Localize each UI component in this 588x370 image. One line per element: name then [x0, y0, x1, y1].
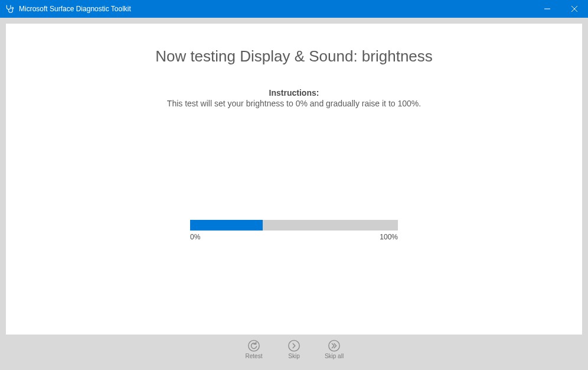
progress-max-label: 100% — [380, 233, 398, 241]
progress-fill — [190, 220, 263, 231]
retest-icon — [247, 339, 260, 352]
bottom-toolbar: Retest Skip Skip all — [6, 335, 582, 364]
instructions-block: Instructions: This test will set your br… — [6, 88, 582, 108]
app-title: Microsoft Surface Diagnostic Toolkit — [19, 5, 131, 13]
page-title: Now testing Display & Sound: brightness — [6, 47, 582, 66]
svg-point-4 — [249, 340, 259, 351]
retest-label: Retest — [246, 353, 263, 359]
minimize-button[interactable] — [534, 0, 561, 18]
content-panel: Now testing Display & Sound: brightness … — [6, 24, 582, 335]
skip-all-button[interactable]: Skip all — [322, 339, 346, 359]
instructions-label: Instructions: — [6, 88, 582, 98]
skip-icon — [288, 339, 300, 352]
skip-all-label: Skip all — [325, 353, 344, 359]
progress-bar: 0% 100% — [190, 220, 398, 241]
progress-min-label: 0% — [190, 233, 200, 241]
close-button[interactable] — [561, 0, 588, 18]
progress-labels: 0% 100% — [190, 233, 398, 241]
instructions-text: This test will set your brightness to 0%… — [6, 99, 582, 108]
skip-all-icon — [328, 339, 341, 352]
content-outer: Now testing Display & Sound: brightness … — [0, 18, 588, 370]
skip-button[interactable]: Skip — [282, 339, 306, 359]
titlebar: Microsoft Surface Diagnostic Toolkit — [0, 0, 588, 18]
svg-point-5 — [289, 340, 299, 351]
skip-label: Skip — [288, 353, 299, 359]
stethoscope-icon — [5, 4, 14, 14]
progress-track — [190, 220, 398, 231]
svg-point-0 — [12, 7, 14, 9]
retest-button[interactable]: Retest — [242, 339, 266, 359]
